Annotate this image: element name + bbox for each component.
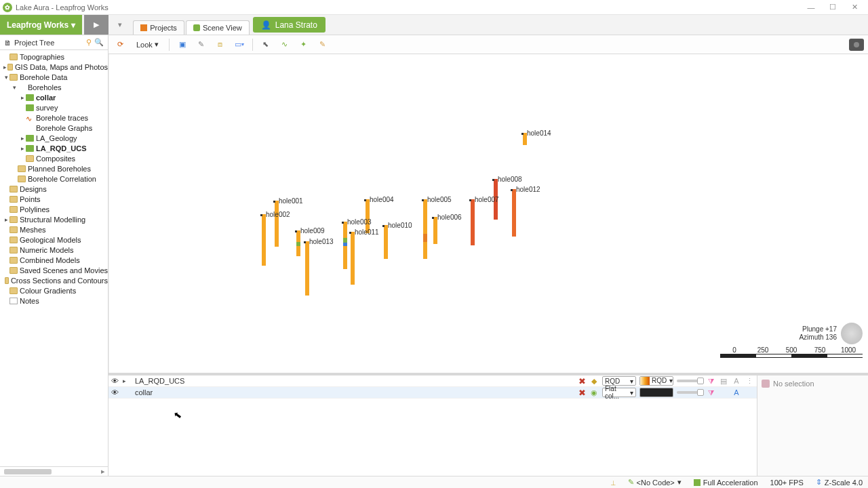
borehole-hole013[interactable]: hole013 xyxy=(305,241,309,296)
tree-polylines[interactable]: Polylines xyxy=(0,204,108,214)
remove-icon[interactable]: ✖ xyxy=(578,388,586,398)
color-swatch[interactable] xyxy=(639,388,673,397)
legend-icon[interactable]: ▤ xyxy=(719,376,728,386)
opacity-slider[interactable] xyxy=(677,391,703,394)
tree-colour-gradients[interactable]: Colour Gradients xyxy=(0,285,108,296)
tree-planned-boreholes[interactable]: Planned Boreholes xyxy=(0,163,108,174)
slicer-button[interactable]: ⧈ xyxy=(213,37,228,52)
tree-boreholes[interactable]: ▾Boreholes xyxy=(0,82,108,92)
brand-label: Leapfrog Works xyxy=(7,20,68,30)
user-icon: 👤 xyxy=(261,20,271,30)
close-button[interactable]: ✕ xyxy=(844,1,865,14)
borehole-hole007[interactable]: hole007 xyxy=(471,199,475,245)
tree-saved-scenes[interactable]: Saved Scenes and Movies xyxy=(0,265,108,275)
select-button[interactable]: ⬉ xyxy=(258,37,273,52)
borehole-hole009[interactable]: hole009 xyxy=(296,230,300,256)
tree-survey[interactable]: survey xyxy=(0,102,108,113)
tree-notes[interactable]: Notes xyxy=(0,296,108,306)
camera-icon[interactable] xyxy=(849,39,864,51)
tree-collar[interactable]: ▸collar xyxy=(0,92,108,102)
tree-gis[interactable]: ▸GIS Data, Maps and Photos xyxy=(0,62,108,72)
plane-button[interactable]: ▭▾ xyxy=(232,37,247,52)
expand-icon[interactable]: ▸ xyxy=(123,378,128,384)
visibility-toggle[interactable]: 👁 xyxy=(111,377,119,385)
colorby-type-icon[interactable]: ◆ xyxy=(589,376,599,386)
tree-combined-models[interactable]: Combined Models xyxy=(0,255,108,265)
tree-borehole-graphs[interactable]: Borehole Graphs xyxy=(0,123,108,133)
shape-name: LA_RQD_UCS xyxy=(135,377,575,385)
tree-designs[interactable]: Designs xyxy=(0,184,108,194)
ruler-button[interactable]: ✎ xyxy=(194,37,209,52)
tree-topographies[interactable]: Topographies xyxy=(0,52,108,62)
tree-borehole-data[interactable]: ▾Borehole Data xyxy=(0,72,108,82)
tree-borehole-correlation[interactable]: Borehole Correlation xyxy=(0,174,108,184)
visibility-toggle[interactable]: 👁 xyxy=(111,388,119,396)
status-acceleration[interactable]: Full Acceleration xyxy=(694,479,758,487)
tree-meshes[interactable]: Meshes xyxy=(0,224,108,235)
bounding-box-button[interactable]: ▣ xyxy=(175,37,190,52)
shape-list[interactable]: 👁 ▸ LA_RQD_UCS ✖ ◆ RQD▾ RQD▾ ⧩ ▤ A ⋮ 👁 xyxy=(108,375,757,476)
borehole-hole012[interactable]: hole012 xyxy=(512,189,516,237)
borehole-hole006[interactable]: hole006 xyxy=(433,217,437,244)
tab-scene-view[interactable]: Scene View xyxy=(186,20,250,35)
minimize-button[interactable]: — xyxy=(800,1,822,14)
project-tree[interactable]: Topographies ▸GIS Data, Maps and Photos … xyxy=(0,50,108,466)
scale-tick: 0 xyxy=(720,346,749,354)
tree-borehole-traces[interactable]: ∿Borehole traces xyxy=(0,113,108,123)
opacity-slider[interactable] xyxy=(677,380,703,382)
user-button[interactable]: 👤 Lana Strato xyxy=(253,17,326,33)
filter-icon[interactable]: ⧩ xyxy=(706,376,715,386)
borehole-hole002[interactable]: hole002 xyxy=(262,214,266,266)
borehole-hole003[interactable]: hole003 xyxy=(343,222,347,269)
traces-icon: ∿ xyxy=(26,115,34,121)
draw-point-button[interactable]: ✎ xyxy=(315,37,330,52)
info-icon[interactable]: ⋮ xyxy=(745,376,754,386)
tree-numeric-models[interactable]: Numeric Models xyxy=(0,245,108,255)
borehole-hole001[interactable]: hole001 xyxy=(275,201,279,247)
dropdown-button[interactable]: ▾ xyxy=(108,15,132,35)
shape-row-la-rqd-ucs[interactable]: 👁 ▸ LA_RQD_UCS ✖ ◆ RQD▾ RQD▾ ⧩ ▤ A ⋮ xyxy=(108,375,757,387)
filter-icon[interactable]: ⧩ xyxy=(706,388,715,397)
search-icon[interactable]: 🔍 xyxy=(94,38,104,47)
tree-cross-sections[interactable]: Cross Sections and Contours xyxy=(0,275,108,285)
colorby-type-icon[interactable]: ◉ xyxy=(589,388,599,397)
borehole-hole014[interactable]: hole014 xyxy=(523,133,527,145)
borehole-hole011[interactable]: hole011 xyxy=(351,232,355,285)
app-icon: ✿ xyxy=(3,3,12,12)
label-icon[interactable]: A xyxy=(732,388,741,397)
tree-horizontal-scrollbar[interactable]: ▸ xyxy=(0,466,108,476)
tree-points[interactable]: Points xyxy=(0,194,108,204)
borehole-hole005[interactable]: hole005 xyxy=(423,199,427,259)
label-icon[interactable]: A xyxy=(732,376,741,386)
colorby-dropdown[interactable]: Flat col...▾ xyxy=(602,388,636,397)
colormap-dropdown[interactable]: RQD▾ xyxy=(639,376,673,386)
orientation-readout: Plunge +17 Azimuth 136 xyxy=(799,325,837,342)
status-bar: ⟂ ✎<No Code>▾ Full Acceleration 100+ FPS… xyxy=(0,476,868,488)
shape-row-collar[interactable]: 👁 collar ✖ ◉ Flat col...▾ ⧩ A xyxy=(108,387,757,399)
look-menu[interactable]: Look▾ xyxy=(132,37,163,52)
pin-icon[interactable]: ⚲ xyxy=(86,38,92,47)
tree-structural-modelling[interactable]: ▸Structural Modelling xyxy=(0,214,108,224)
status-zscale[interactable]: ⇕Z-Scale 4.0 xyxy=(816,478,863,487)
brand-menu-button[interactable]: Leapfrog Works ▾ xyxy=(0,15,82,35)
remove-icon[interactable]: ✖ xyxy=(578,376,586,386)
user-name: Lana Strato xyxy=(275,20,317,30)
compass-widget[interactable] xyxy=(841,323,863,344)
scale-tick: 1000 xyxy=(834,346,863,354)
maximize-button[interactable]: ☐ xyxy=(822,1,844,14)
borehole-hole010[interactable]: hole010 xyxy=(384,225,388,259)
run-button[interactable]: ▶ xyxy=(84,15,108,35)
status-anchor[interactable]: ⟂ xyxy=(611,479,616,487)
tree-la-geology[interactable]: ▸LA_Geology xyxy=(0,133,108,143)
scene-viewport[interactable]: hole014 hole008 hole012 hole007 hole005 … xyxy=(108,54,868,373)
status-nocode[interactable]: ✎<No Code>▾ xyxy=(628,478,682,487)
project-tree-title: Project Tree xyxy=(14,39,54,47)
colorby-dropdown[interactable]: RQD▾ xyxy=(602,376,636,386)
tree-la-rqd-ucs[interactable]: ▸LA_RQD_UCS xyxy=(0,143,108,153)
draw-line-button[interactable]: ∿ xyxy=(277,37,292,52)
draw-plane-button[interactable]: ✦ xyxy=(296,37,311,52)
tree-composites[interactable]: Composites xyxy=(0,153,108,163)
refresh-button[interactable]: ⟳ xyxy=(113,37,127,52)
tab-projects[interactable]: Projects xyxy=(133,20,184,35)
tree-geological-models[interactable]: Geological Models xyxy=(0,235,108,245)
